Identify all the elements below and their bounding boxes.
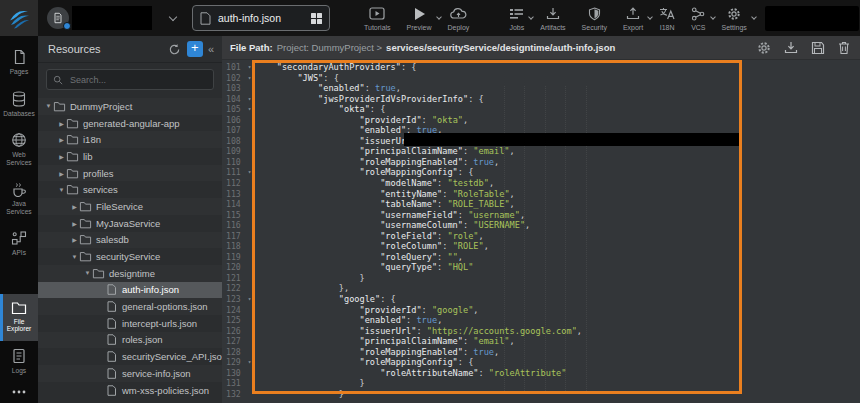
chevron-collapsed-icon[interactable]: ▶ [57,170,66,177]
tree-item-general-options-json[interactable]: general-options.json [38,298,222,315]
tree-item-services[interactable]: ▼services [38,181,222,198]
code-line-121[interactable]: 121 } [222,273,860,284]
code-line-115[interactable]: 115 "usernameField": "username", [222,210,860,221]
code-line-120[interactable]: 120 "queryType": "HQL" [222,262,860,273]
code-line-112[interactable]: 112 "modelName": "testdb", [222,178,860,189]
code-line-103[interactable]: 103 "enabled": true, [222,83,860,94]
code-line-114[interactable]: 114 "tableName": "ROLE_TABLE", [222,199,860,210]
tree-item-lib[interactable]: ▶lib [38,148,222,165]
code-line-105[interactable]: 105▾ "okta": { [222,104,860,115]
chevron-collapsed-icon[interactable]: ▶ [70,203,79,210]
code-editor[interactable]: 101▾ "secondaryAuthProviders": {102▾ "JW… [222,60,860,403]
sidebar-item-pages[interactable]: Pages [0,42,38,84]
code-line-132[interactable]: 132 } [222,389,860,400]
sidebar-item-logs[interactable]: Logs [0,341,38,383]
chevron-collapsed-icon[interactable]: ▶ [57,153,66,160]
chevron-expanded-icon[interactable]: ▼ [70,254,79,260]
dashboard-grid-icon[interactable] [311,13,322,24]
tree-item-auth-info-json[interactable]: auth-info.json [38,282,222,299]
toolbar-button-security[interactable]: Security [574,6,615,31]
toolbar-button-vcs[interactable]: VCS [683,6,713,31]
code-line-104[interactable]: 104▾ "jwsProviderIdVsProviderInfo": { [222,94,860,105]
chevron-expanded-icon[interactable]: ▼ [57,187,66,193]
project-icon[interactable] [47,7,69,29]
open-file-tab[interactable]: auth-info.json [192,5,330,31]
code-line-111[interactable]: 111▾ "roleMappingConfig": { [222,167,860,178]
chevron-collapsed-icon[interactable]: ▶ [70,220,79,227]
chevron-collapsed-icon[interactable]: ▶ [57,120,66,127]
fold-arrow-icon[interactable]: ▾ [243,167,256,178]
code-line-109[interactable]: 109 "principalClaimName": "email", [222,146,860,157]
chevron-collapsed-icon[interactable]: ▶ [70,236,79,243]
save-icon[interactable] [811,41,825,55]
code-line-126[interactable]: 126 "issuerUrl": "https://accounts.googl… [222,326,860,337]
toolbar-button-tutorials[interactable]: Tutorials [356,6,399,31]
tree-item-profiles[interactable]: ▶profiles [38,165,222,182]
sidebar-item-more[interactable] [0,382,38,403]
fold-arrow-icon[interactable]: ▾ [243,73,256,84]
code-line-119[interactable]: 119 "roleQuery": "", [222,252,860,263]
fold-arrow-icon[interactable]: ▾ [243,357,256,368]
tree-item-fileservice[interactable]: ▶FileService [38,198,222,215]
code-line-118[interactable]: 118 "roleColumn": "ROLE", [222,241,860,252]
code-line-110[interactable]: 110 "roleMappingEnabled": true, [222,157,860,168]
tree-item-generated-angular-app[interactable]: ▶generated-angular-app [38,115,222,132]
code-line-117[interactable]: 117 "roleField": "role", [222,231,860,242]
tree-item-securityservice-api-json[interactable]: securityService_API.json [38,348,222,365]
fold-arrow-icon[interactable]: ▾ [243,294,256,305]
toolbar-button-preview[interactable]: Preview [399,6,440,31]
code-line-116[interactable]: 116 "usernameColumn": "USERNAME", [222,220,860,231]
collapse-panel-icon[interactable]: « [206,43,216,55]
sidebar-item-java-services[interactable]: Java Services [0,174,38,223]
code-line-130[interactable]: 130 "roleAttributeName": "roleAttribute" [222,368,860,379]
toolbar-button-deploy[interactable]: Deploy [440,6,478,31]
code-line-127[interactable]: 127 "principalClaimName": "email", [222,336,860,347]
tree-item-i18n[interactable]: ▶i18n [38,131,222,148]
chevron-collapsed-icon[interactable]: ▶ [57,136,66,143]
code-line-123[interactable]: 123▾ "google": { [222,294,860,305]
download-icon[interactable] [784,41,798,54]
tree-item-salesdb[interactable]: ▶salesdb [38,232,222,249]
add-resource-button[interactable]: + [187,41,203,57]
code-line-128[interactable]: 128 "roleMappingEnabled": true, [222,347,860,358]
toolbar-button-artifacts[interactable]: Artifacts [532,6,573,31]
tree-item-securityservice[interactable]: ▼securityService [38,248,222,265]
sidebar-item-web-services[interactable]: Web Services [0,125,38,174]
tree-item-designtime[interactable]: ▼designtime [38,265,222,282]
sidebar-item-file-explorer[interactable]: File Explorer [0,294,38,341]
toolbar-button-i18n[interactable]: I18N [651,6,683,31]
sidebar-item-databases[interactable]: Databases [0,84,38,126]
search-input[interactable] [68,74,207,86]
sidebar-item-apis[interactable]: APIs [0,223,38,265]
toolbar-button-settings[interactable]: Settings [714,6,755,31]
gear-icon[interactable] [757,41,771,55]
tree-item-myjavaservice[interactable]: ▶MyJavaService [38,215,222,232]
project-dropdown-chevron-icon[interactable] [169,12,177,20]
code-line-102[interactable]: 102▾ "JWS": { [222,73,860,84]
fold-arrow-icon[interactable]: ▾ [243,104,256,115]
tree-item-roles-json[interactable]: roles.json [38,332,222,349]
code-line-129[interactable]: 129▾ "roleMappingConfig": { [222,357,860,368]
fold-arrow-icon[interactable]: ▾ [243,62,256,73]
chevron-expanded-icon[interactable]: ▼ [44,103,53,109]
code-line-124[interactable]: 124 "providerId": "google", [222,305,860,316]
tree-item-service-info-json[interactable]: service-info.json [38,365,222,382]
search-box[interactable] [46,69,214,90]
trash-icon[interactable] [838,41,850,55]
code-line-125[interactable]: 125 "enabled": true, [222,315,860,326]
tree-item-intercept-urls-json[interactable]: intercept-urls.json [38,315,222,332]
tree-item-dummyproject[interactable]: ▼DummyProject [38,98,222,115]
code-line-122[interactable]: 122 }, [222,283,860,294]
refresh-icon[interactable] [166,40,184,58]
code-line-106[interactable]: 106 "providerId": "okta", [222,115,860,126]
wavemaker-logo[interactable] [0,0,38,36]
code-line-131[interactable]: 131 } [222,378,860,389]
chevron-expanded-icon[interactable]: ▼ [83,270,92,276]
tree-item-wm-xss-policies-json[interactable]: wm-xss-policies.json [38,382,222,399]
toolbar-button-export[interactable]: Export [615,6,651,31]
code-line-113[interactable]: 113 "entityName": "RoleTable", [222,189,860,200]
fold-arrow-icon[interactable]: ▾ [243,94,256,105]
code-line-101[interactable]: 101▾ "secondaryAuthProviders": { [222,62,860,73]
toolbar-button-jobs[interactable]: Jobs [501,6,532,31]
fold-spacer [243,262,256,273]
